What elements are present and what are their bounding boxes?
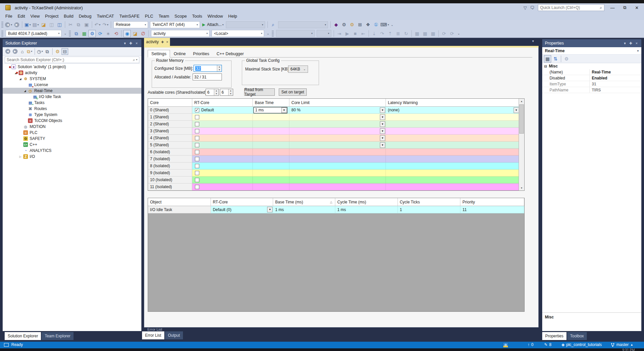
menu-edit[interactable]: Edit bbox=[15, 13, 28, 20]
core-cell-corelimit[interactable]: ▼ bbox=[289, 135, 386, 142]
property-row--name-[interactable]: (Name)Real-Time bbox=[542, 69, 641, 75]
green-grid-icon[interactable]: ▦ bbox=[80, 30, 88, 37]
solution-search-box[interactable]: ⌕ ▾ bbox=[5, 57, 139, 63]
tree-item-tasks[interactable]: ▤+Tasks bbox=[3, 100, 141, 106]
rt-core-checkbox[interactable] bbox=[195, 157, 199, 161]
build-overflow[interactable]: ⌄ bbox=[63, 32, 68, 35]
properties-object-combo[interactable]: Real-Time ▾ bbox=[542, 47, 641, 55]
tree-item-tccom-objects[interactable]: ≡TcCOM Objects bbox=[3, 118, 141, 124]
dropdown-icon[interactable]: ▼ bbox=[514, 107, 519, 113]
panel-tab-solution-explorer[interactable]: Solution Explorer bbox=[5, 332, 41, 340]
allocated-available-input[interactable]: 32 / 31 bbox=[193, 73, 222, 80]
read-from-target-button[interactable]: Read from Target bbox=[244, 88, 275, 96]
core-cell-latency[interactable] bbox=[386, 149, 519, 156]
bottom-tab-output[interactable]: Output bbox=[165, 331, 183, 339]
new-project-icon[interactable]: ▣▾ bbox=[24, 21, 31, 28]
callstack-icon[interactable]: ≣ bbox=[395, 30, 402, 37]
core-cell-latency[interactable] bbox=[386, 128, 519, 135]
rt-core-checkbox[interactable] bbox=[195, 171, 199, 175]
core-col-header[interactable]: RT-Core bbox=[192, 99, 253, 107]
panel-tab-properties[interactable]: Properties bbox=[542, 332, 566, 340]
core-cell-rtcore[interactable]: Default bbox=[192, 107, 253, 114]
object-col-header[interactable]: Cycle Time (ms) bbox=[335, 198, 398, 206]
rt-core-checkbox[interactable] bbox=[195, 164, 199, 168]
settings-tab-priorities[interactable]: Priorities bbox=[189, 50, 213, 58]
window-menu-icon[interactable]: ▾ bbox=[622, 41, 628, 46]
redo-icon[interactable]: ↷▾ bbox=[102, 21, 109, 28]
core-cell-rtcore[interactable] bbox=[192, 142, 253, 149]
feedback-icon[interactable]: 🗨 bbox=[530, 5, 535, 10]
tree-item-motion[interactable]: ◎MOTION bbox=[3, 124, 141, 130]
save-all-icon[interactable]: ◫ bbox=[56, 21, 63, 28]
core-cell-corelimit[interactable] bbox=[289, 163, 386, 170]
close-icon[interactable]: × bbox=[134, 41, 139, 45]
tc-config-gear-icon[interactable]: ⚙ bbox=[348, 21, 356, 28]
core-cell-basetime[interactable] bbox=[253, 114, 289, 121]
minimize-button[interactable]: — bbox=[608, 5, 617, 10]
filter-icon[interactable]: ▽ bbox=[524, 5, 527, 10]
core-cell-latency[interactable] bbox=[386, 142, 519, 149]
tree-item-solution-activity-1-project[interactable]: xSolution 'activity' (1 project) bbox=[3, 64, 141, 70]
tree-item-i-o-idle-task[interactable]: ▤↻I/O Idle Task bbox=[3, 94, 141, 100]
dropdown-icon[interactable]: ▼ bbox=[380, 142, 385, 148]
core-cell-basetime[interactable] bbox=[253, 170, 289, 176]
active-project-combo[interactable]: activity▾ bbox=[151, 30, 210, 37]
toolbar-grip[interactable] bbox=[1, 31, 3, 37]
tree-item-safety[interactable]: ⚙SAFETY bbox=[3, 136, 141, 142]
plc-slot-combo[interactable]: ▾ bbox=[317, 30, 331, 37]
reload-devices-icon[interactable]: ⟳ bbox=[440, 30, 448, 37]
dropdown-icon[interactable]: ▼ bbox=[267, 207, 272, 212]
core-cell-basetime[interactable] bbox=[253, 183, 289, 190]
toolbar-grip[interactable] bbox=[69, 31, 71, 37]
search-icon[interactable]: ⌕ bbox=[133, 58, 135, 62]
settings-tab-online[interactable]: Online bbox=[170, 50, 189, 58]
step-out-icon[interactable]: ⇡ bbox=[387, 30, 394, 37]
object-col-header[interactable]: Priority bbox=[460, 198, 524, 206]
bottom-tab-error-list[interactable]: Error List bbox=[142, 331, 164, 339]
object-cell[interactable]: Default (0)▼ bbox=[211, 206, 273, 213]
dropdown-icon[interactable]: ▼ bbox=[380, 121, 385, 127]
rt-core-checkbox[interactable] bbox=[195, 150, 199, 154]
core-cell-basetime[interactable] bbox=[253, 121, 289, 128]
core-table-scrollbar[interactable]: ▲ ▼ bbox=[519, 99, 524, 190]
pending-edits-count[interactable]: ✎ 8 bbox=[544, 342, 552, 347]
core-cell-latency[interactable] bbox=[386, 170, 519, 176]
restart-icon[interactable]: ↻ bbox=[402, 30, 410, 37]
wrench-icon[interactable]: ⚙ bbox=[340, 21, 348, 28]
tree-item-system[interactable]: ◢⚙SYSTEM bbox=[3, 76, 141, 82]
menu-team[interactable]: Team bbox=[156, 13, 172, 20]
quick-launch-box[interactable]: ⌕ bbox=[538, 4, 604, 11]
menu-twincat[interactable]: TwinCAT bbox=[94, 13, 117, 20]
rt-core-checkbox[interactable] bbox=[195, 136, 199, 140]
home-icon[interactable]: ⌂ bbox=[19, 48, 26, 55]
quick-launch-input[interactable] bbox=[540, 5, 600, 10]
core-cell-basetime[interactable] bbox=[253, 176, 289, 183]
object-col-header[interactable]: RT-Core bbox=[211, 198, 273, 206]
tree-item-license[interactable]: ▤●License bbox=[3, 82, 141, 88]
plc-instance-combo[interactable]: ▾ bbox=[276, 30, 315, 37]
build-slot2-icon[interactable]: ▦ bbox=[421, 30, 429, 37]
dropdown-icon[interactable]: ▼ bbox=[380, 128, 385, 134]
sync-with-active-icon[interactable]: ⧉ bbox=[44, 48, 51, 55]
expand-icon[interactable]: ▷ bbox=[19, 155, 22, 158]
logout-icon[interactable]: ⇤ bbox=[360, 30, 367, 37]
base-time-combo[interactable]: 1 ms▼ bbox=[253, 107, 287, 113]
property-row-itemtype[interactable]: ItemType31 bbox=[542, 81, 641, 87]
object-col-header[interactable]: Cycle Ticks bbox=[398, 198, 461, 206]
target-system-combo[interactable]: <Local>▾ bbox=[212, 30, 264, 37]
core-cell-rtcore[interactable] bbox=[192, 114, 253, 121]
document-tab-activity[interactable]: activity ✚ × bbox=[144, 38, 170, 46]
core-cell-latency[interactable]: (none)▼ bbox=[386, 107, 519, 114]
collapse-icon[interactable]: ◢ bbox=[23, 89, 27, 92]
build-version-combo[interactable]: Build 4024.7 (Loaded)▾ bbox=[6, 30, 62, 37]
rt-core-checkbox[interactable] bbox=[195, 122, 199, 126]
dropdown-icon[interactable]: ▼ bbox=[380, 114, 385, 120]
team-icon[interactable]: ❖ bbox=[364, 21, 372, 28]
collapse-icon[interactable]: ⊟ bbox=[542, 64, 549, 68]
toolbar-grip[interactable] bbox=[272, 31, 274, 37]
object-cell[interactable]: 1 bbox=[398, 206, 461, 213]
core-cell-latency[interactable] bbox=[386, 135, 519, 142]
close-icon[interactable]: × bbox=[166, 40, 168, 44]
solution-search-input[interactable] bbox=[7, 58, 133, 62]
menu-debug[interactable]: Debug bbox=[76, 13, 94, 20]
